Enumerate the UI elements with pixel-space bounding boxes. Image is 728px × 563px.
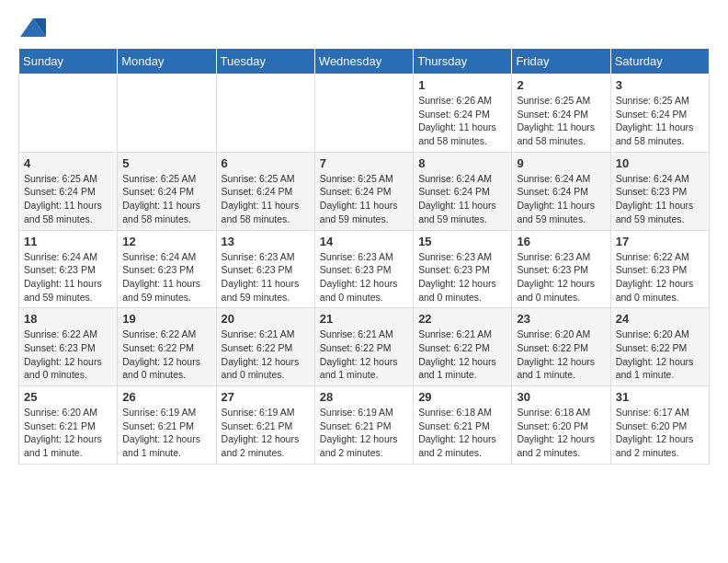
- day-info: Sunrise: 6:22 AM Sunset: 6:22 PM Dayligh…: [122, 327, 210, 382]
- day-info: Sunrise: 6:25 AM Sunset: 6:24 PM Dayligh…: [222, 172, 310, 226]
- weekday-header-thursday: Thursday: [414, 49, 512, 75]
- day-number: 2: [517, 78, 605, 92]
- day-number: 20: [222, 312, 310, 326]
- calendar-cell: 25Sunrise: 6:20 AM Sunset: 6:21 PM Dayli…: [19, 386, 118, 465]
- day-info: Sunrise: 6:21 AM Sunset: 6:22 PM Dayligh…: [222, 327, 310, 382]
- day-info: Sunrise: 6:19 AM Sunset: 6:21 PM Dayligh…: [222, 406, 310, 460]
- calendar-cell: 28Sunrise: 6:19 AM Sunset: 6:21 PM Dayli…: [314, 386, 413, 465]
- day-info: Sunrise: 6:17 AM Sunset: 6:20 PM Dayligh…: [616, 406, 704, 460]
- weekday-header-saturday: Saturday: [610, 49, 709, 75]
- calendar-cell: 17Sunrise: 6:22 AM Sunset: 6:23 PM Dayli…: [610, 230, 709, 308]
- day-info: Sunrise: 6:25 AM Sunset: 6:24 PM Dayligh…: [616, 94, 704, 148]
- weekday-header-monday: Monday: [118, 49, 216, 75]
- calendar-cell: [118, 75, 216, 153]
- calendar-cell: 9Sunrise: 6:24 AM Sunset: 6:24 PM Daylig…: [512, 152, 610, 230]
- calendar-week-3: 11Sunrise: 6:24 AM Sunset: 6:23 PM Dayli…: [19, 230, 710, 308]
- day-number: 21: [320, 312, 408, 326]
- logo: [18, 18, 46, 33]
- day-number: 19: [122, 312, 210, 326]
- calendar-cell: 20Sunrise: 6:21 AM Sunset: 6:22 PM Dayli…: [216, 308, 314, 386]
- weekday-header-tuesday: Tuesday: [216, 49, 314, 75]
- day-number: 25: [24, 390, 112, 404]
- calendar-cell: 19Sunrise: 6:22 AM Sunset: 6:22 PM Dayli…: [118, 308, 216, 386]
- weekday-header-wednesday: Wednesday: [314, 49, 413, 75]
- calendar-cell: 30Sunrise: 6:18 AM Sunset: 6:20 PM Dayli…: [512, 386, 610, 465]
- day-number: 4: [24, 156, 112, 170]
- day-number: 14: [320, 235, 408, 248]
- day-info: Sunrise: 6:23 AM Sunset: 6:23 PM Dayligh…: [222, 250, 310, 304]
- calendar-cell: 27Sunrise: 6:19 AM Sunset: 6:21 PM Dayli…: [216, 386, 314, 465]
- day-info: Sunrise: 6:25 AM Sunset: 6:24 PM Dayligh…: [517, 94, 605, 148]
- day-number: 31: [616, 390, 704, 404]
- calendar-cell: 14Sunrise: 6:23 AM Sunset: 6:23 PM Dayli…: [314, 230, 413, 308]
- day-info: Sunrise: 6:22 AM Sunset: 6:23 PM Dayligh…: [24, 327, 112, 382]
- calendar-week-4: 18Sunrise: 6:22 AM Sunset: 6:23 PM Dayli…: [19, 308, 710, 386]
- day-number: 24: [616, 312, 704, 326]
- calendar-cell: 18Sunrise: 6:22 AM Sunset: 6:23 PM Dayli…: [19, 308, 118, 386]
- day-info: Sunrise: 6:24 AM Sunset: 6:24 PM Dayligh…: [517, 172, 605, 226]
- day-info: Sunrise: 6:19 AM Sunset: 6:21 PM Dayligh…: [122, 406, 210, 460]
- day-info: Sunrise: 6:23 AM Sunset: 6:23 PM Dayligh…: [517, 250, 605, 304]
- calendar-cell: 29Sunrise: 6:18 AM Sunset: 6:21 PM Dayli…: [414, 386, 512, 465]
- day-info: Sunrise: 6:23 AM Sunset: 6:23 PM Dayligh…: [320, 250, 408, 304]
- calendar-cell: 7Sunrise: 6:25 AM Sunset: 6:24 PM Daylig…: [314, 152, 413, 230]
- day-number: 1: [418, 78, 506, 92]
- day-info: Sunrise: 6:25 AM Sunset: 6:24 PM Dayligh…: [320, 172, 408, 226]
- calendar-cell: 23Sunrise: 6:20 AM Sunset: 6:22 PM Dayli…: [512, 308, 610, 386]
- calendar-cell: 21Sunrise: 6:21 AM Sunset: 6:22 PM Dayli…: [314, 308, 413, 386]
- day-info: Sunrise: 6:19 AM Sunset: 6:21 PM Dayligh…: [320, 406, 408, 460]
- calendar-cell: [314, 75, 413, 153]
- day-info: Sunrise: 6:18 AM Sunset: 6:20 PM Dayligh…: [517, 406, 605, 460]
- calendar-cell: [19, 75, 118, 153]
- calendar-cell: 11Sunrise: 6:24 AM Sunset: 6:23 PM Dayli…: [19, 230, 118, 308]
- calendar-cell: 2Sunrise: 6:25 AM Sunset: 6:24 PM Daylig…: [512, 75, 610, 153]
- calendar-cell: 3Sunrise: 6:25 AM Sunset: 6:24 PM Daylig…: [610, 75, 709, 153]
- day-info: Sunrise: 6:23 AM Sunset: 6:23 PM Dayligh…: [418, 250, 506, 304]
- calendar-cell: 24Sunrise: 6:20 AM Sunset: 6:22 PM Dayli…: [610, 308, 709, 386]
- day-info: Sunrise: 6:22 AM Sunset: 6:23 PM Dayligh…: [616, 250, 704, 304]
- day-number: 6: [222, 156, 310, 170]
- day-number: 10: [616, 156, 704, 170]
- day-number: 3: [616, 78, 704, 92]
- calendar-table: SundayMondayTuesdayWednesdayThursdayFrid…: [18, 48, 710, 465]
- day-info: Sunrise: 6:24 AM Sunset: 6:24 PM Dayligh…: [418, 172, 506, 226]
- day-number: 22: [418, 312, 506, 326]
- weekday-header-row: SundayMondayTuesdayWednesdayThursdayFrid…: [19, 49, 710, 75]
- page-header: [18, 18, 710, 33]
- day-number: 29: [418, 390, 506, 404]
- calendar-cell: 1Sunrise: 6:26 AM Sunset: 6:24 PM Daylig…: [414, 75, 512, 153]
- day-number: 12: [122, 235, 210, 248]
- day-number: 18: [24, 312, 112, 326]
- calendar-cell: 5Sunrise: 6:25 AM Sunset: 6:24 PM Daylig…: [118, 152, 216, 230]
- day-number: 16: [517, 235, 605, 248]
- calendar-cell: 13Sunrise: 6:23 AM Sunset: 6:23 PM Dayli…: [216, 230, 314, 308]
- day-info: Sunrise: 6:20 AM Sunset: 6:21 PM Dayligh…: [24, 406, 112, 460]
- day-info: Sunrise: 6:20 AM Sunset: 6:22 PM Dayligh…: [616, 327, 704, 382]
- calendar-cell: 31Sunrise: 6:17 AM Sunset: 6:20 PM Dayli…: [610, 386, 709, 465]
- day-info: Sunrise: 6:20 AM Sunset: 6:22 PM Dayligh…: [517, 327, 605, 382]
- calendar-cell: [216, 75, 314, 153]
- calendar-week-1: 1Sunrise: 6:26 AM Sunset: 6:24 PM Daylig…: [19, 75, 710, 153]
- day-info: Sunrise: 6:21 AM Sunset: 6:22 PM Dayligh…: [320, 327, 408, 382]
- day-number: 27: [222, 390, 310, 404]
- day-number: 17: [616, 235, 704, 248]
- weekday-header-sunday: Sunday: [19, 49, 118, 75]
- day-number: 8: [418, 156, 506, 170]
- calendar-cell: 8Sunrise: 6:24 AM Sunset: 6:24 PM Daylig…: [414, 152, 512, 230]
- calendar-cell: 6Sunrise: 6:25 AM Sunset: 6:24 PM Daylig…: [216, 152, 314, 230]
- calendar-week-2: 4Sunrise: 6:25 AM Sunset: 6:24 PM Daylig…: [19, 152, 710, 230]
- day-info: Sunrise: 6:24 AM Sunset: 6:23 PM Dayligh…: [122, 250, 210, 304]
- day-number: 7: [320, 156, 408, 170]
- weekday-header-friday: Friday: [512, 49, 610, 75]
- day-info: Sunrise: 6:25 AM Sunset: 6:24 PM Dayligh…: [122, 172, 210, 226]
- calendar-week-5: 25Sunrise: 6:20 AM Sunset: 6:21 PM Dayli…: [19, 386, 710, 465]
- day-number: 30: [517, 390, 605, 404]
- day-number: 15: [418, 235, 506, 248]
- day-number: 23: [517, 312, 605, 326]
- calendar-cell: 26Sunrise: 6:19 AM Sunset: 6:21 PM Dayli…: [118, 386, 216, 465]
- day-info: Sunrise: 6:26 AM Sunset: 6:24 PM Dayligh…: [418, 94, 506, 148]
- logo-icon: [20, 18, 46, 37]
- day-info: Sunrise: 6:25 AM Sunset: 6:24 PM Dayligh…: [24, 172, 112, 226]
- calendar-cell: 10Sunrise: 6:24 AM Sunset: 6:23 PM Dayli…: [610, 152, 709, 230]
- calendar-cell: 15Sunrise: 6:23 AM Sunset: 6:23 PM Dayli…: [414, 230, 512, 308]
